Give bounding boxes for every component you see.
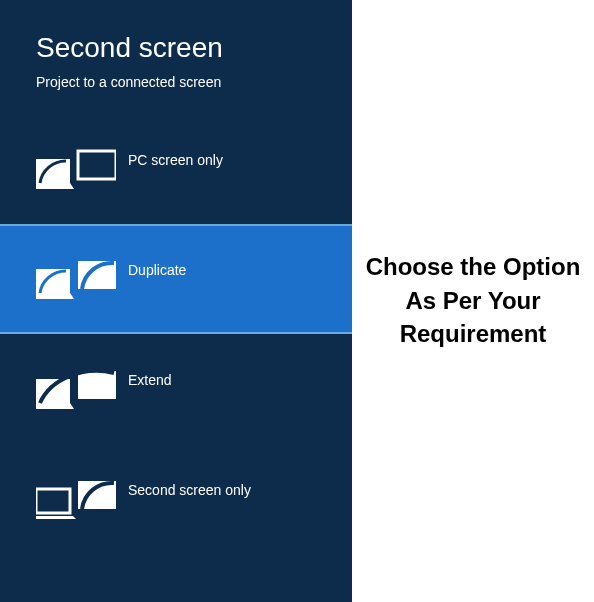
- option-label: Extend: [128, 372, 172, 388]
- pc-screen-only-icon: [36, 147, 116, 191]
- option-duplicate[interactable]: Duplicate: [0, 224, 352, 334]
- annotation-text: Choose the Option As Per Your Requiremen…: [352, 0, 594, 602]
- option-label: Duplicate: [128, 262, 186, 278]
- svg-rect-2: [78, 151, 116, 179]
- svg-marker-7: [36, 403, 74, 409]
- svg-marker-10: [36, 516, 76, 519]
- option-label: Second screen only: [128, 482, 251, 498]
- panel-subtitle: Project to a connected screen: [0, 74, 352, 114]
- svg-marker-1: [36, 183, 74, 189]
- option-extend[interactable]: Extend: [0, 334, 352, 444]
- svg-marker-4: [36, 293, 74, 299]
- extend-icon: [36, 367, 116, 411]
- duplicate-icon: [36, 257, 116, 301]
- option-label: PC screen only: [128, 152, 223, 168]
- panel-title: Second screen: [0, 32, 352, 74]
- second-screen-only-icon: [36, 477, 116, 521]
- option-second-screen-only[interactable]: Second screen only: [0, 444, 352, 554]
- svg-rect-9: [36, 489, 70, 513]
- second-screen-panel: Second screen Project to a connected scr…: [0, 0, 352, 602]
- svg-rect-8: [78, 371, 116, 399]
- option-pc-screen-only[interactable]: PC screen only: [0, 114, 352, 224]
